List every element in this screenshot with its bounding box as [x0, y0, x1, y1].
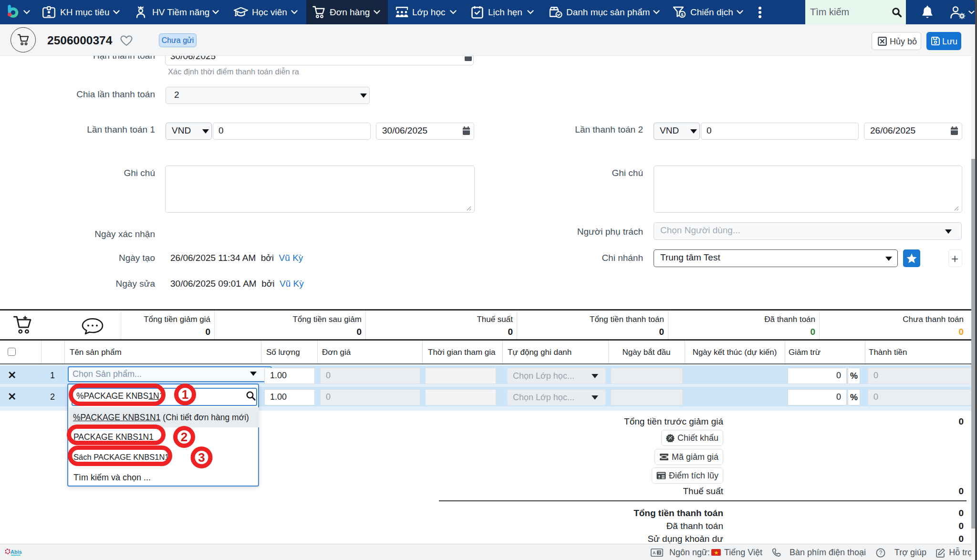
svg-text:A: A	[653, 550, 656, 555]
svg-text:文: 文	[658, 550, 662, 555]
svg-text:$: $	[681, 12, 684, 17]
svg-text:?: ?	[879, 550, 883, 556]
svg-text:Abis: Abis	[10, 549, 22, 555]
